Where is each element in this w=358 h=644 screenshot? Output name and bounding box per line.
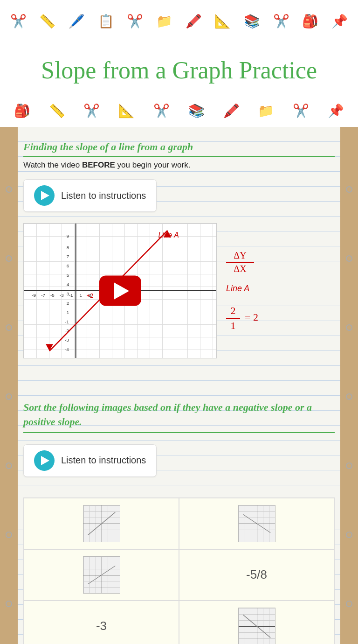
mid-supply-3: ✂️ (83, 103, 100, 119)
delta-x: ΔX (234, 264, 246, 274)
supply-crayon-1: 🖍️ (186, 14, 202, 29)
holes-right (345, 127, 353, 644)
supply-folder-1: 📁 (156, 14, 172, 29)
youtube-play-button[interactable] (99, 276, 141, 306)
supply-clipboard-1: 📋 (98, 14, 114, 29)
delta-y: ΔY (234, 250, 246, 261)
supply-scissors-2: ✂️ (127, 14, 143, 29)
hole-r3 (346, 324, 352, 331)
sort-cell-1[interactable] (24, 498, 179, 549)
svg-text:-1: -1 (65, 319, 69, 324)
svg-text:-3: -3 (65, 338, 69, 343)
mid-supply-7: 🖍️ (223, 103, 240, 119)
listen-button-1[interactable]: Listen to instructions (23, 179, 157, 212)
hole-5 (6, 462, 12, 469)
svg-line-30 (88, 566, 115, 584)
hole-r5 (346, 462, 352, 469)
mini-graph-1 (83, 505, 120, 542)
svg-text:7: 7 (67, 254, 69, 259)
section1: Finding the slope of a line from a graph… (23, 141, 335, 358)
section2-heading: Sort the following images based on if th… (23, 400, 335, 433)
notebook-inner: Finding the slope of a line from a graph… (23, 141, 335, 644)
line-a-label2: Line A (226, 284, 249, 294)
mini-svg-4 (239, 608, 275, 644)
svg-text:-1: -1 (69, 293, 73, 298)
play-triangle-1 (41, 191, 49, 200)
mini-svg-2 (239, 505, 275, 542)
frac-numerator: 2 (231, 305, 236, 317)
mini-graph-3 (83, 556, 120, 594)
section-spacer (23, 372, 335, 391)
holes-left (5, 127, 13, 644)
graph-background: Line A +2 +1 -9 -7 -5 -3 -1 1 (24, 224, 216, 358)
svg-text:-3: -3 (60, 293, 64, 298)
hole-2 (6, 255, 12, 262)
mid-supply-9: ✂️ (293, 103, 309, 119)
svg-line-31 (243, 615, 270, 638)
listen-label-1: Listen to instructions (61, 190, 146, 201)
listen-button-2[interactable]: Listen to instructions (23, 444, 157, 477)
hole-4 (6, 393, 12, 400)
supply-pen-1: 🖊️ (69, 14, 85, 29)
sort-cell-6[interactable] (179, 601, 334, 644)
svg-text:8: 8 (67, 245, 69, 250)
hole-r4 (346, 393, 352, 400)
fraction-equals: 2 1 = 2 (226, 303, 258, 332)
sort-cell-4-text: -5/8 (246, 567, 267, 582)
supply-books-1: 📚 (244, 14, 260, 29)
supply-scissors-1: ✂️ (10, 14, 27, 29)
mini-svg-1 (83, 505, 120, 542)
hole-3 (6, 324, 12, 331)
svg-text:1: 1 (67, 310, 69, 315)
fraction-display: 2 1 (226, 305, 240, 332)
svg-text:2: 2 (89, 293, 91, 298)
hole-r1 (346, 186, 352, 193)
notebook-area: Finding the slope of a line from a graph… (0, 127, 358, 644)
mid-supply-5: ✂️ (153, 103, 170, 119)
svg-text:-4: -4 (65, 347, 69, 352)
video-container: Line A +2 +1 -9 -7 -5 -3 -1 1 (23, 223, 335, 358)
middle-banner: 🎒 📏 ✂️ 📐 ✂️ 📚 🖍️ 📁 ✂️ 📌 (0, 94, 358, 127)
svg-text:4: 4 (67, 282, 69, 287)
frac-denominator: 1 (231, 320, 236, 332)
svg-text:5: 5 (67, 273, 69, 278)
play-circle-2 (34, 450, 55, 471)
svg-text:Line A: Line A (158, 231, 179, 239)
delta-bar (226, 262, 254, 263)
mini-graph-4 (238, 608, 275, 644)
section1-heading: Finding the slope of a line from a graph (23, 141, 335, 157)
supply-backpack-1: 🎒 (302, 14, 318, 29)
supply-ruler-1: 📏 (39, 14, 55, 29)
mid-supply-6: 📚 (188, 103, 205, 119)
listen-label-2: Listen to instructions (61, 455, 146, 466)
play-circle-1 (34, 185, 55, 206)
hole-1 (6, 186, 12, 193)
svg-text:-7: -7 (41, 293, 45, 298)
svg-line-29 (243, 514, 270, 532)
mid-supply-8: 📁 (258, 103, 274, 119)
hole-r6 (346, 532, 352, 538)
mid-supply-1: 🎒 (14, 103, 30, 119)
mid-supply-10: 📌 (328, 103, 344, 119)
hole-7 (6, 601, 12, 607)
svg-text:1: 1 (80, 293, 83, 298)
sort-row-2: -5/8 (24, 549, 334, 601)
sort-cell-5[interactable]: -3 (24, 601, 179, 644)
sort-cell-2[interactable] (179, 498, 334, 549)
sort-cell-4[interactable]: -5/8 (179, 549, 334, 601)
section2: Sort the following images based on if th… (23, 400, 335, 644)
sort-row-3: -3 (24, 601, 334, 644)
sort-row-1 (24, 498, 334, 549)
mini-svg-3 (83, 557, 120, 593)
section1-description: Watch the video BEFORE you begin your wo… (23, 161, 335, 170)
hole-6 (6, 532, 12, 538)
supply-pin-1: 📌 (331, 14, 348, 29)
svg-text:2: 2 (67, 301, 69, 306)
video-thumbnail[interactable]: Line A +2 +1 -9 -7 -5 -3 -1 1 (23, 223, 217, 358)
supply-scissors-3: ✂️ (273, 14, 289, 29)
sort-cell-3[interactable] (24, 549, 179, 601)
hole-r2 (346, 255, 352, 262)
frac-bar (226, 318, 240, 319)
svg-text:-2: -2 (65, 329, 69, 334)
supply-ruler-2: 📐 (214, 14, 231, 29)
